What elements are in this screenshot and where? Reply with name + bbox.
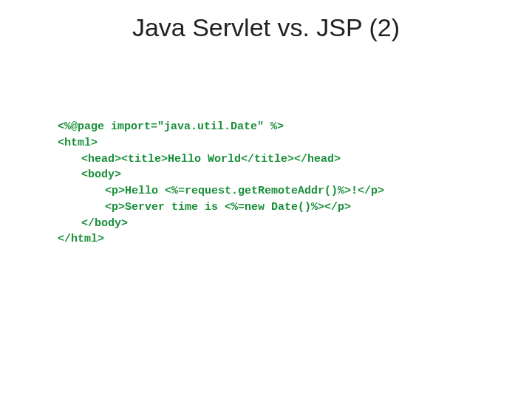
slide: Java Servlet vs. JSP (2) <%@page import=… [0,0,532,399]
code-line-7: </body> [58,216,460,232]
code-line-6: <p>Server time is <%=new Date()%></p> [58,200,460,216]
code-line-3: <head><title>Hello World</title></head> [58,151,460,168]
code-block: <%@page import="java.util.Date" %> <html… [52,115,466,252]
slide-title: Java Servlet vs. JSP (2) [0,13,532,42]
code-line-8: </html> [58,231,460,248]
code-line-4: <body> [58,167,460,183]
code-line-1: <%@page import="java.util.Date" %> [58,119,460,135]
code-line-5: <p>Hello <%=request.getRemoteAddr()%>!</… [58,183,460,200]
code-line-2: <html> [58,135,460,151]
